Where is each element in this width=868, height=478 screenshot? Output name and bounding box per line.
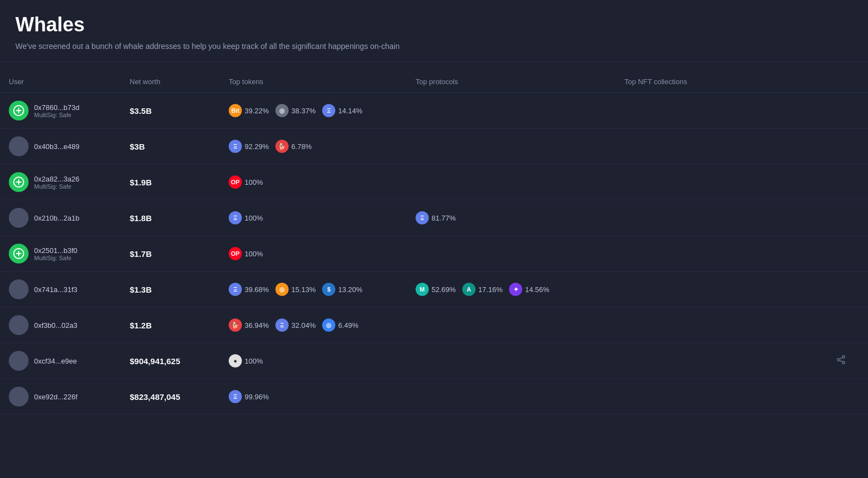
token-percent: 6.78%	[291, 142, 312, 151]
net-worth-value: $823,487,045	[130, 392, 180, 402]
protocol-item: M52.69%	[416, 283, 456, 296]
share-icon[interactable]	[836, 355, 846, 367]
user-tag: MultiSig: Safe	[34, 255, 78, 261]
token-item: ●100%	[229, 354, 263, 367]
net-worth-cell: $1.8B	[121, 200, 220, 236]
net-worth-value: $1.9B	[130, 178, 152, 187]
user-cell: 0x40b3...e489	[0, 129, 121, 164]
token-percent: 6.49%	[338, 321, 358, 329]
token-item: Ξ100%	[229, 211, 263, 224]
table-row[interactable]: 0x741a...31f3$1.3BΞ39.68%◎15.13%$13.20%M…	[0, 272, 868, 307]
token-icon: Ξ	[229, 283, 242, 296]
token-percent: 100%	[245, 178, 263, 186]
tokens-cell: OP100%	[220, 236, 407, 272]
token-percent: 100%	[245, 250, 263, 258]
net-worth-value: $3.5B	[130, 106, 152, 116]
protocol-percent: 17.16%	[478, 285, 502, 294]
table-row[interactable]: 0x210b...2a1b$1.8BΞ100%Ξ81.77%	[0, 200, 868, 236]
avatar	[9, 387, 29, 406]
user-cell: 0xcf34...e9ee	[0, 343, 121, 379]
net-worth-cell: $904,941,625	[121, 343, 220, 379]
protocol-percent: 81.77%	[432, 214, 456, 222]
token-percent: 100%	[245, 357, 263, 365]
table-row[interactable]: 0xe92d...226f$823,487,045Ξ99.96%	[0, 379, 868, 415]
token-icon: 🐕	[275, 140, 289, 153]
nft-cell	[616, 379, 868, 415]
net-worth-value: $1.7B	[130, 249, 152, 259]
whales-table-container: User Net worth Top tokens Top protocols …	[0, 62, 868, 424]
token-icon: $	[322, 283, 335, 296]
protocols-cell	[407, 164, 616, 200]
protocol-icon: Ξ	[416, 211, 429, 224]
token-icon: Ξ	[229, 211, 242, 224]
whales-table: User Net worth Top tokens Top protocols …	[0, 71, 868, 415]
col-nft-header: Top NFT collections	[616, 71, 868, 93]
token-item: Ξ39.68%	[229, 283, 269, 296]
tokens-cell: Ξ92.29%🐕6.78%	[220, 129, 407, 164]
token-percent: 39.68%	[245, 285, 269, 294]
token-icon: Ξ	[322, 104, 335, 117]
token-icon: ◎	[322, 318, 335, 332]
net-worth-value: $1.8B	[130, 213, 152, 223]
token-icon: Ξ	[229, 390, 242, 403]
token-icon: 🐕	[229, 318, 242, 332]
user-address: 0x2501...b3f0	[34, 246, 78, 255]
avatar	[9, 279, 29, 299]
net-worth-value: $1.2B	[130, 321, 152, 330]
user-cell: 0xf3b0...02a3	[0, 307, 121, 343]
svg-line-6	[839, 360, 842, 362]
token-item: Ξ92.29%	[229, 140, 269, 153]
protocol-icon: ✦	[509, 283, 522, 296]
user-address: 0x2a82...3a26	[34, 175, 79, 183]
token-percent: 92.29%	[245, 142, 269, 151]
net-worth-value: $904,941,625	[130, 356, 180, 366]
protocol-item: A17.16%	[462, 283, 502, 296]
table-row[interactable]: 0xf3b0...02a3$1.2B🐕36.94%Ξ32.04%◎6.49%	[0, 307, 868, 343]
token-item: Ξ99.96%	[229, 390, 269, 403]
token-icon: ◎	[275, 104, 289, 117]
token-percent: 36.94%	[245, 321, 269, 329]
net-worth-cell: $3B	[121, 129, 220, 164]
table-row[interactable]: 0x40b3...e489$3BΞ92.29%🐕6.78%	[0, 129, 868, 164]
nft-cell	[616, 129, 868, 164]
user-address: 0xe92d...226f	[34, 393, 78, 401]
token-item: Bit39.22%	[229, 104, 269, 117]
nft-cell	[616, 236, 868, 272]
avatar	[9, 208, 29, 228]
col-user-header: User	[0, 71, 121, 93]
token-item: ◎38.37%	[275, 104, 316, 117]
tokens-cell: 🐕36.94%Ξ32.04%◎6.49%	[220, 307, 407, 343]
net-worth-cell: $1.2B	[121, 307, 220, 343]
nft-cell	[616, 164, 868, 200]
net-worth-cell: $1.9B	[121, 164, 220, 200]
protocols-cell: Ξ81.77%	[407, 200, 616, 236]
protocols-cell	[407, 379, 616, 415]
table-row[interactable]: 0x2501...b3f0MultiSig: Safe$1.7BOP100%	[0, 236, 868, 272]
nft-cell	[616, 93, 868, 129]
tokens-cell: ●100%	[220, 343, 407, 379]
token-item: ◎6.49%	[322, 318, 358, 332]
table-header: User Net worth Top tokens Top protocols …	[0, 71, 868, 93]
user-address: 0x40b3...e489	[34, 142, 79, 151]
user-address: 0x7860...b73d	[34, 103, 79, 112]
user-tag: MultiSig: Safe	[34, 112, 79, 118]
net-worth-value: $3B	[130, 142, 145, 151]
net-worth-cell: $1.7B	[121, 236, 220, 272]
table-row[interactable]: 0x2a82...3a26MultiSig: Safe$1.9BOP100%	[0, 164, 868, 200]
tokens-cell: Ξ99.96%	[220, 379, 407, 415]
token-icon: Bit	[229, 104, 242, 117]
avatar	[9, 172, 29, 192]
table-row[interactable]: 0xcf34...e9ee$904,941,625●100%	[0, 343, 868, 379]
net-worth-value: $1.3B	[130, 285, 152, 294]
protocols-cell: M52.69%A17.16%✦14.56%	[407, 272, 616, 307]
table-row[interactable]: 0x7860...b73dMultiSig: Safe$3.5BBit39.22…	[0, 93, 868, 129]
user-cell: 0x2a82...3a26MultiSig: Safe	[0, 164, 121, 200]
token-icon: Ξ	[229, 140, 242, 153]
protocol-item: ✦14.56%	[509, 283, 549, 296]
nft-cell	[616, 272, 868, 307]
token-item: Ξ32.04%	[275, 318, 316, 332]
col-tokens-header: Top tokens	[220, 71, 407, 93]
token-percent: 13.20%	[338, 285, 362, 294]
net-worth-cell: $1.3B	[121, 272, 220, 307]
token-percent: 14.14%	[338, 107, 362, 115]
